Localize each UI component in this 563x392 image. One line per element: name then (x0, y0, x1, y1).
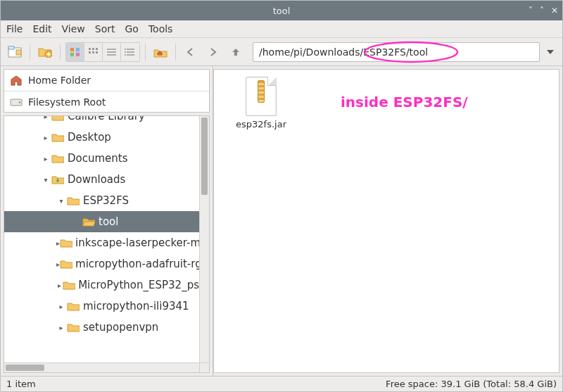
forward-button[interactable] (203, 42, 223, 62)
view-detail-button[interactable] (121, 43, 139, 61)
vertical-scrollbar[interactable] (199, 116, 209, 362)
tree-row-documents[interactable]: ▸Documents (4, 148, 199, 169)
expander-icon[interactable]: ▾ (41, 176, 51, 184)
tree-row-setupopenvpn[interactable]: ▸setupopenvpn (4, 317, 199, 338)
expander-icon[interactable]: ▾ (56, 197, 66, 205)
expander-icon[interactable]: ▸ (41, 115, 51, 120)
view-mode-group (65, 42, 140, 62)
folder-icon (82, 217, 96, 227)
new-tab-button[interactable] (5, 42, 25, 62)
tree-row-micropython-esp32-ps[interactable]: ▸MicroPython_ESP32_ps (4, 274, 199, 296)
tree-row-esp32fs[interactable]: ▾ESP32FS (4, 190, 199, 211)
status-item-count: 1 item (6, 379, 36, 389)
folder-icon (51, 132, 65, 142)
folder-icon (66, 322, 80, 332)
place-label: Home Folder (28, 75, 91, 86)
titlebar[interactable]: tool ˅ ˄ ✕ (1, 1, 562, 20)
svg-point-22 (125, 54, 126, 56)
archive-icon (246, 77, 277, 116)
tree-row-label: MicroPython_ESP32_ps (78, 279, 199, 291)
svg-rect-5 (76, 48, 80, 51)
menu-view[interactable]: View (62, 23, 85, 34)
folder-icon (66, 301, 80, 311)
menu-go[interactable]: Go (125, 23, 139, 34)
home-button[interactable] (151, 42, 170, 62)
path-text: /home/pi/Downloads/ESP32FS/tool (259, 46, 428, 58)
menubar: File Edit View Sort Go Tools (1, 20, 562, 38)
close-icon[interactable]: ✕ (551, 6, 558, 15)
sidebar: Home Folder Filesystem Root ▸Calibre Lib… (1, 66, 213, 376)
scrollbar-thumb[interactable] (201, 118, 208, 195)
expander-icon[interactable]: ▸ (56, 303, 66, 310)
up-button[interactable] (226, 42, 246, 62)
tree-row-downloads[interactable]: ▾Downloads (4, 169, 199, 190)
svg-rect-6 (70, 53, 74, 56)
svg-rect-9 (92, 48, 94, 50)
tree-row-label: tool (99, 215, 118, 228)
menu-sort[interactable]: Sort (95, 23, 115, 34)
folder-icon (63, 280, 75, 290)
maximize-icon[interactable]: ˄ (540, 6, 544, 15)
svg-rect-2 (16, 50, 21, 55)
toolbar-separator (30, 44, 30, 61)
tree-row-calibre-library[interactable]: ▸Calibre Library (4, 115, 199, 127)
menu-tools[interactable]: Tools (148, 23, 173, 34)
expander-icon[interactable]: ▸ (41, 134, 51, 141)
tree-row-micropython-adafruit-rg[interactable]: ▸micropython-adafruit-rg (4, 253, 199, 274)
tree-row-desktop[interactable]: ▸Desktop (4, 127, 199, 148)
svg-rect-11 (89, 51, 91, 53)
toolbar-separator (175, 44, 176, 61)
minimize-icon[interactable]: ˅ (529, 6, 533, 15)
menu-file[interactable]: File (6, 23, 23, 34)
folder-tree: ▸Calibre Library▸Desktop▸Documents▾Downl… (4, 115, 210, 373)
svg-rect-1 (8, 46, 14, 49)
view-icons-button[interactable] (66, 43, 84, 61)
view-compact-button[interactable] (84, 43, 103, 61)
expander-icon[interactable]: ▸ (56, 282, 63, 289)
tree-row-label: micropython-ili9341 (83, 300, 189, 312)
file-item[interactable]: esp32fs.jar (229, 77, 293, 129)
expander-icon[interactable]: ▸ (41, 155, 51, 163)
tree-row-label: Calibre Library (68, 115, 145, 122)
svg-point-25 (19, 101, 20, 103)
places-panel: Home Folder Filesystem Root (4, 69, 210, 113)
svg-rect-7 (76, 53, 80, 56)
annotation-text: inside ESP32FS/ (341, 94, 468, 110)
svg-rect-13 (96, 51, 98, 53)
status-free-space: Free space: 39.1 GiB (Total: 58.4 GiB) (386, 379, 557, 389)
tree-row-label: ESP32FS (83, 194, 129, 207)
folder-icon (51, 153, 65, 163)
place-label: Filesystem Root (28, 96, 106, 108)
svg-rect-12 (92, 51, 94, 53)
tree-row-inkscape-laserpecker-m[interactable]: ▸inkscape-laserpecker-m (4, 232, 199, 253)
toolbar-separator (145, 44, 146, 61)
tree-row-micropython-ili9341[interactable]: ▸micropython-ili9341 (4, 296, 199, 317)
svg-point-21 (125, 51, 126, 53)
menu-edit[interactable]: Edit (32, 23, 51, 34)
back-button[interactable] (181, 42, 201, 62)
tree-row-label: inkscape-laserpecker-m (75, 236, 199, 249)
disk-icon (10, 97, 23, 107)
toolbar-separator (60, 44, 61, 61)
scrollbar-thumb[interactable] (6, 365, 44, 371)
file-manager-window: tool ˅ ˄ ✕ File Edit View Sort Go Tools (0, 0, 563, 392)
view-list-button[interactable] (103, 43, 121, 61)
tree-row-label: Downloads (68, 173, 125, 186)
place-filesystem-root[interactable]: Filesystem Root (4, 91, 209, 112)
folder-icon (66, 196, 80, 206)
svg-rect-10 (96, 48, 98, 50)
path-input[interactable]: /home/pi/Downloads/ESP32FS/tool (253, 42, 540, 62)
place-home[interactable]: Home Folder (4, 70, 209, 91)
horizontal-scrollbar[interactable] (4, 362, 199, 372)
path-dropdown-button[interactable] (543, 42, 558, 62)
tree-row-tool[interactable]: tool (4, 211, 199, 232)
window-title: tool (1, 6, 562, 16)
file-view[interactable]: esp32fs.jar inside ESP32FS/ (213, 69, 559, 373)
new-folder-button[interactable] (35, 42, 55, 62)
expander-icon[interactable]: ▸ (56, 324, 66, 331)
svg-point-20 (125, 49, 126, 50)
tree-row-label: Documents (68, 152, 128, 165)
statusbar: 1 item Free space: 39.1 GiB (Total: 58.4… (1, 376, 562, 391)
file-name: esp32fs.jar (229, 119, 293, 129)
svg-rect-4 (70, 48, 74, 51)
